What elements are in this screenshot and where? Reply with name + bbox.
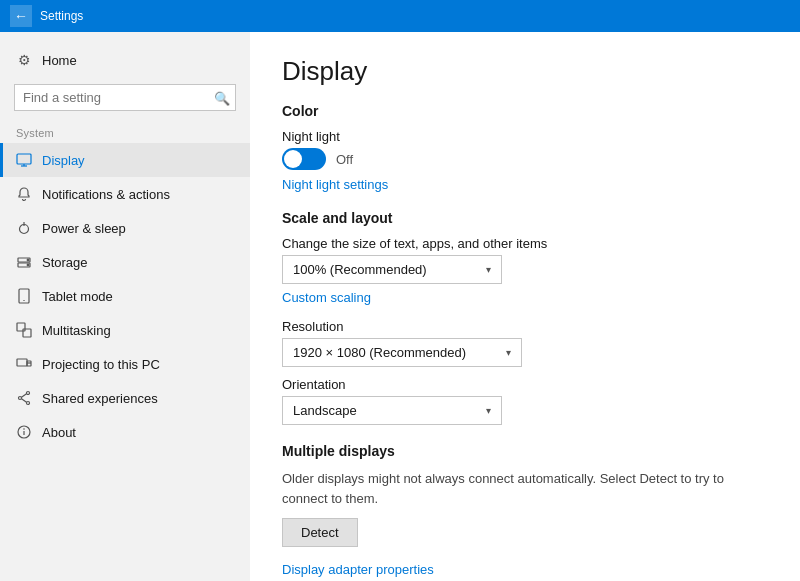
color-section: Color Night light Off Night light settin… xyxy=(282,103,768,192)
search-icon: 🔍 xyxy=(214,90,230,105)
multiple-displays-description: Older displays might not always connect … xyxy=(282,469,762,508)
display-icon xyxy=(16,152,32,168)
svg-rect-11 xyxy=(17,323,25,331)
resolution-dropdown[interactable]: 1920 × 1080 (Recommended) ▾ xyxy=(282,338,522,367)
gear-icon xyxy=(16,52,32,68)
shared-icon xyxy=(16,390,32,406)
sidebar-item-display[interactable]: Display xyxy=(0,143,250,177)
sidebar-item-label-storage: Storage xyxy=(42,255,88,270)
sidebar-item-multitasking[interactable]: Multitasking xyxy=(0,313,250,347)
svg-rect-0 xyxy=(17,154,31,164)
night-light-toggle-row: Off xyxy=(282,148,768,170)
scale-dropdown[interactable]: 100% (Recommended) ▾ xyxy=(282,255,502,284)
about-icon xyxy=(16,424,32,440)
titlebar: ← Settings xyxy=(0,0,800,32)
notifications-icon xyxy=(16,186,32,202)
svg-line-20 xyxy=(22,399,27,403)
sidebar-item-label-about: About xyxy=(42,425,76,440)
color-section-title: Color xyxy=(282,103,768,119)
resolution-dropdown-wrap: 1920 × 1080 (Recommended) ▾ xyxy=(282,338,768,367)
svg-point-8 xyxy=(27,264,29,266)
display-adapter-link[interactable]: Display adapter properties xyxy=(282,562,434,577)
sidebar-item-power[interactable]: Power & sleep xyxy=(0,211,250,245)
sidebar-section-label: System xyxy=(0,121,250,143)
multitasking-icon xyxy=(16,322,32,338)
app-body: Home 🔍 System Display xyxy=(0,32,800,581)
power-icon xyxy=(16,220,32,236)
orientation-dropdown-arrow: ▾ xyxy=(486,405,491,416)
sidebar-item-shared[interactable]: Shared experiences xyxy=(0,381,250,415)
multiple-displays-section: Multiple displays Older displays might n… xyxy=(282,443,768,577)
night-light-toggle[interactable] xyxy=(282,148,326,170)
sidebar-item-home[interactable]: Home xyxy=(0,42,250,78)
orientation-value: Landscape xyxy=(293,403,357,418)
sidebar-item-tablet[interactable]: Tablet mode xyxy=(0,279,250,313)
svg-point-16 xyxy=(27,392,30,395)
search-input[interactable] xyxy=(14,84,236,111)
multiple-displays-title: Multiple displays xyxy=(282,443,768,459)
svg-point-23 xyxy=(23,428,25,430)
scale-section: Scale and layout Change the size of text… xyxy=(282,210,768,425)
content-area: Display Color Night light Off Night ligh… xyxy=(250,32,800,581)
sidebar-item-projecting[interactable]: Projecting to this PC xyxy=(0,347,250,381)
night-light-settings-link[interactable]: Night light settings xyxy=(282,177,388,192)
orientation-dropdown-wrap: Landscape ▾ xyxy=(282,396,768,425)
scale-dropdown-wrap: 100% (Recommended) ▾ xyxy=(282,255,768,284)
night-light-label: Night light xyxy=(282,129,768,144)
resolution-value: 1920 × 1080 (Recommended) xyxy=(293,345,466,360)
night-light-status: Off xyxy=(336,152,353,167)
sidebar: Home 🔍 System Display xyxy=(0,32,250,581)
sidebar-item-label-multitasking: Multitasking xyxy=(42,323,111,338)
scale-label: Change the size of text, apps, and other… xyxy=(282,236,768,251)
sidebar-item-label-power: Power & sleep xyxy=(42,221,126,236)
resolution-dropdown-arrow: ▾ xyxy=(506,347,511,358)
page-title: Display xyxy=(282,56,768,87)
orientation-dropdown[interactable]: Landscape ▾ xyxy=(282,396,502,425)
scale-dropdown-arrow: ▾ xyxy=(486,264,491,275)
svg-point-7 xyxy=(27,259,29,261)
sidebar-item-label-projecting: Projecting to this PC xyxy=(42,357,160,372)
scale-section-title: Scale and layout xyxy=(282,210,768,226)
sidebar-search-container: 🔍 xyxy=(14,84,236,111)
sidebar-item-label-shared: Shared experiences xyxy=(42,391,158,406)
sidebar-home-label: Home xyxy=(42,53,77,68)
sidebar-item-label-notifications: Notifications & actions xyxy=(42,187,170,202)
svg-point-18 xyxy=(27,402,30,405)
orientation-label: Orientation xyxy=(282,377,768,392)
sidebar-item-about[interactable]: About xyxy=(0,415,250,449)
storage-icon xyxy=(16,254,32,270)
detect-button[interactable]: Detect xyxy=(282,518,358,547)
svg-line-19 xyxy=(22,394,27,398)
sidebar-item-label-display: Display xyxy=(42,153,85,168)
titlebar-title: Settings xyxy=(40,9,83,23)
resolution-label: Resolution xyxy=(282,319,768,334)
svg-rect-13 xyxy=(17,359,27,366)
custom-scaling-link[interactable]: Custom scaling xyxy=(282,290,768,305)
sidebar-item-storage[interactable]: Storage xyxy=(0,245,250,279)
sidebar-item-notifications[interactable]: Notifications & actions xyxy=(0,177,250,211)
back-button[interactable]: ← xyxy=(10,5,32,27)
tablet-icon xyxy=(16,288,32,304)
svg-point-17 xyxy=(19,397,22,400)
projecting-icon xyxy=(16,356,32,372)
toggle-knob xyxy=(284,150,302,168)
scale-value: 100% (Recommended) xyxy=(293,262,427,277)
svg-rect-12 xyxy=(23,329,31,337)
sidebar-item-label-tablet: Tablet mode xyxy=(42,289,113,304)
